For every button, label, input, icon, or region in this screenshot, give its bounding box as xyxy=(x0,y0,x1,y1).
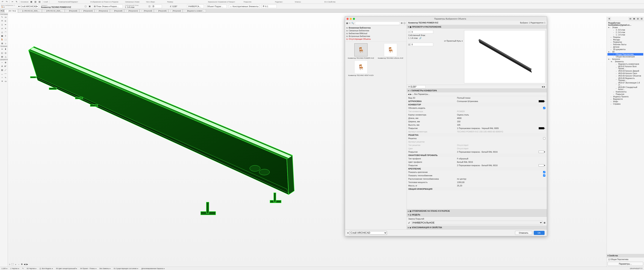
shell-tool-icon[interactable]: ◠ xyxy=(4,30,8,34)
hotspot-tool-icon[interactable]: ✕ xyxy=(0,79,4,83)
worksheet-tool-icon[interactable]: ▤ xyxy=(0,55,4,59)
nav-tree-item[interactable]: ▫Компоненты xyxy=(608,91,643,93)
elevation-tool-icon[interactable]: ⬍ xyxy=(4,47,8,51)
zoom-pan-icon[interactable]: ✥ xyxy=(21,263,23,266)
tab[interactable]: ▫[Рисунок3] xyxy=(140,9,154,13)
crumb-home-icon[interactable]: ⌂ xyxy=(412,93,414,95)
sb-sost[interactable]: 01 Существующее состояние xyxy=(114,267,137,269)
paint-icon[interactable]: ✎ xyxy=(15,0,18,3)
nav-tree-item[interactable]: ▫Рабочие Листы xyxy=(608,43,643,46)
lib-info-icon[interactable]: ⓘ xyxy=(404,22,406,25)
circle-tool-icon[interactable]: ○ xyxy=(0,76,4,79)
door-tool-icon[interactable]: ⊓ xyxy=(0,19,4,23)
expand-icon[interactable]: ▾ xyxy=(608,58,609,60)
library-folder[interactable]: 🗀Библиотеки BIMcloud xyxy=(346,32,406,35)
ok-button[interactable]: OK xyxy=(534,231,544,235)
nav-tree-item[interactable]: ▫ИКЭ-03 Каталог Дверей xyxy=(608,70,643,72)
nav-tree-item[interactable]: ▫ИКЭ-07 Экспликация 1-й эт… xyxy=(608,82,643,86)
spline-tool-icon[interactable]: ∿ xyxy=(4,76,8,79)
text-tool-icon[interactable]: A xyxy=(0,64,4,68)
param-checkbox[interactable] xyxy=(543,137,545,140)
param-row[interactable]: Артикул решетки xyxy=(407,140,547,144)
beam-tool-icon[interactable]: ━ xyxy=(4,23,8,27)
tab[interactable]: ▫[1 ARCHICAD_2020_… xyxy=(18,9,42,13)
pointer-tool-icon[interactable]: ↖ xyxy=(0,15,4,19)
column-tool-icon[interactable]: ▯ xyxy=(0,23,4,27)
param-checkbox[interactable] xyxy=(543,107,545,109)
nav-mode-3-icon[interactable]: ▧ xyxy=(636,17,640,21)
tab[interactable]: ▫[Ведомость конвект… xyxy=(183,9,206,13)
library-folder[interactable]: 🗀Отсутствующие Объекты xyxy=(346,38,406,41)
nav-tree-item[interactable]: ▾▫Этажи xyxy=(608,26,643,29)
lib-gear-icon[interactable]: ⚙ xyxy=(401,22,403,24)
sb-proj[interactable]: 04 Проект - Планы xyxy=(80,267,95,269)
param-row[interactable]: Показать теплообменник xyxy=(407,174,547,177)
z-offset-input[interactable] xyxy=(411,30,433,34)
expand-icon[interactable]: ▾ xyxy=(608,51,609,53)
tab[interactable]: ▫[Рисунок5] xyxy=(154,9,168,13)
param-row[interactable]: Расположение теплообменникапо центру xyxy=(407,177,547,181)
mesh-tool-icon[interactable]: ⊞ xyxy=(0,41,4,45)
id-dropdown[interactable]: ⚙ К-1 xyxy=(262,5,277,8)
chair-icon[interactable]: 🪑 xyxy=(1,6,3,8)
nav-tree-item[interactable]: ▫Ведомость конвекторов xyxy=(608,63,643,65)
param-checkbox[interactable] xyxy=(543,174,545,177)
nav-tree-item[interactable]: ▫ИКЭ-ВХ Стандартный Катал… xyxy=(608,86,643,91)
gallery-item[interactable]: 🪑Конвектор TECHNO USUAL KVZ xyxy=(376,43,404,59)
cube-3d-icon[interactable]: ◫ xyxy=(148,5,150,8)
line-tool-icon[interactable]: ／ xyxy=(4,68,8,72)
param-row[interactable]: Покрытие1 Порошковая покраска - Черный R… xyxy=(407,126,547,130)
sb-zoom2[interactable]: 02 Чертеж xyxy=(27,267,35,269)
param-row[interactable]: Покрытие2 Порошковая покраска - Белый RA… xyxy=(407,164,547,167)
zoom-out-icon[interactable]: － xyxy=(18,263,20,266)
gallery-item[interactable]: 🪑Конвектор TECHNO POWER KVZ xyxy=(347,43,375,59)
tab[interactable]: ▫[Рисунок8] xyxy=(110,9,124,13)
param-row[interactable]: ЦветОтсутствует xyxy=(407,147,547,150)
polyline-tool-icon[interactable]: 〰 xyxy=(4,72,8,76)
tool-mode-1-icon[interactable]: ▦ xyxy=(30,0,33,3)
fill-tool-icon[interactable]: ▨ xyxy=(0,68,4,72)
section-tool-icon[interactable]: ✂ xyxy=(0,47,4,51)
level-tool-icon[interactable]: ⊕ xyxy=(4,61,8,64)
nav-tree-item[interactable]: ▫ИКЭ-02 Каталог Всех Проем… xyxy=(608,65,643,70)
wall-tool-icon[interactable]: ▭ xyxy=(4,15,8,19)
tree-root[interactable]: Разработчик: koshkaldaluv@gmail.co… xyxy=(608,22,643,26)
nav-tree-icon[interactable]: ⊞ xyxy=(608,17,611,21)
library-folder[interactable]: 🗀Встроенные Библиотеки xyxy=(346,35,406,38)
nav-settings-button[interactable]: Параметры… xyxy=(608,262,643,266)
nav-tree-item[interactable]: ▫2. 2-й этаж xyxy=(608,31,643,34)
cut-icon[interactable]: ✂ xyxy=(11,0,14,3)
color-swatch[interactable] xyxy=(538,151,544,153)
zoom-home-icon[interactable]: ⌂ xyxy=(9,263,10,266)
zamena-select[interactable]: УНИВЕРСАЛЬНОЕ xyxy=(411,221,542,224)
nav-tree-item[interactable]: ▫Индексы Проекта xyxy=(608,95,643,98)
nav-mode-2-icon[interactable]: ▦ xyxy=(632,17,636,21)
nav-tree-item[interactable]: ▫1. 1-й этаж xyxy=(608,34,643,36)
expand-icon[interactable]: ▾ xyxy=(611,61,612,63)
arc-tool-icon[interactable]: ◡ xyxy=(0,72,4,76)
nav-tree-item[interactable]: ▫3. 3-й этаж xyxy=(608,29,643,31)
coverage-dropdown[interactable]: УНИВЕРСА… xyxy=(187,5,204,8)
cancel-button[interactable]: Отменить xyxy=(515,231,532,235)
nav-tree-item[interactable]: ▫Покрытия xyxy=(608,93,643,95)
param-row[interactable]: Тепловая мощность1393,00 xyxy=(407,181,547,184)
nav-mode-1-icon[interactable]: ▤ xyxy=(629,17,632,21)
preview-prev-icon[interactable]: ◀ xyxy=(542,86,543,88)
tabstrip-dropdown-icon[interactable]: ▾ xyxy=(1,10,2,12)
param-row[interactable]: Артикул конвектораTECHNO POWER KVZ 150-1… xyxy=(407,130,547,133)
tab[interactable]: ▫[Рисунок14] xyxy=(124,9,139,13)
nav-tree-item[interactable]: ▫Развертки xyxy=(608,41,643,43)
nav-tree-item[interactable]: ▾▫Элементы xyxy=(608,60,643,63)
nav-tree-item[interactable]: ▫Разрезы xyxy=(608,36,643,38)
sb-detal[interactable]: Детализированная Окраска xyxy=(141,267,163,269)
slab-tool-icon[interactable]: ▱ xyxy=(0,27,4,30)
window-traffic-lights[interactable] xyxy=(346,18,355,20)
tool-mode-2-icon[interactable]: ▧ xyxy=(34,0,37,3)
param-row[interactable]: Высота, мм105 xyxy=(407,123,547,126)
zone-tool-icon[interactable]: ⬚ xyxy=(4,38,8,41)
next-view-icon[interactable]: ▶ xyxy=(26,263,28,266)
param-row[interactable]: Длина, мм4800 xyxy=(407,116,547,120)
zoom-in-icon[interactable]: ＋ xyxy=(14,263,17,266)
param-row[interactable]: Цвет профиляБелый RAL 9016 xyxy=(407,160,547,164)
param-row[interactable]: Вид 2DПолный показ xyxy=(407,96,547,100)
